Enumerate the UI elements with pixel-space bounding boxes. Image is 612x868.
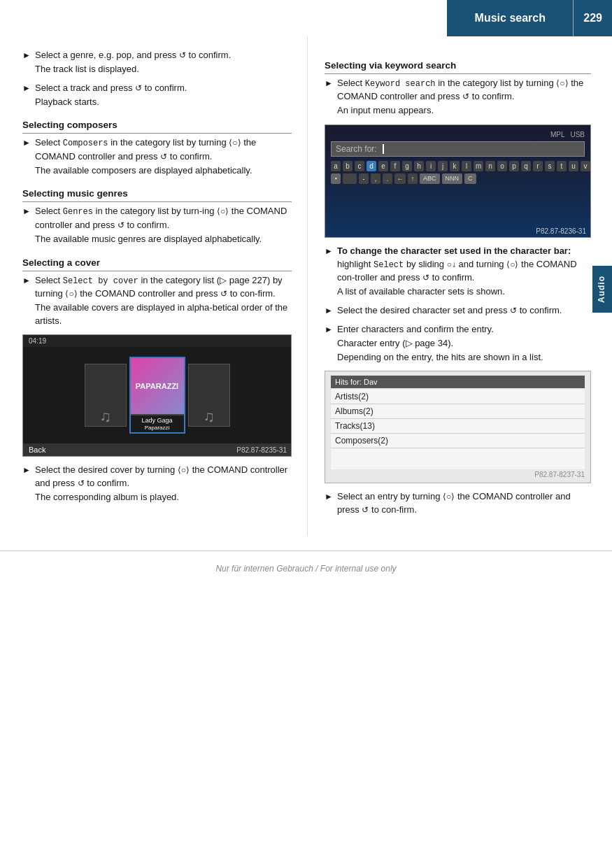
- key-m: m: [474, 161, 483, 171]
- bullet-icon: ►: [325, 246, 334, 299]
- hits-row-tracks: Tracks(13): [331, 419, 585, 434]
- key-s: s: [545, 161, 555, 171]
- bullet-icon: ►: [22, 275, 32, 328]
- keyboard-row-1: a b c d e f g h i j k l m n o p q: [331, 161, 585, 171]
- artist-name-center: Lady GagaPaparazzi: [131, 415, 184, 432]
- key-l: l: [462, 161, 471, 171]
- key-dot: .: [383, 173, 392, 184]
- section-heading-keyword: Selecting via keyword search: [325, 60, 591, 74]
- section-heading-genres: Selecting music genres: [22, 188, 292, 202]
- search-label: Search for:: [336, 144, 377, 154]
- key-k: k: [450, 161, 460, 171]
- bullet-text: Select Select by cover in the category l…: [35, 274, 292, 328]
- bullet-text: Enter characters and confirm the entry. …: [337, 323, 591, 364]
- key-f: f: [390, 161, 400, 171]
- footer-text: Nur für internen Gebrauch / For internal…: [0, 550, 612, 581]
- right-column: Selecting via keyword search ► Select Ke…: [308, 36, 612, 536]
- section-heading-composers: Selecting composers: [22, 120, 292, 134]
- hits-header: Hits for: Dav: [331, 376, 585, 388]
- sub-text: The corresponding album is played.: [35, 491, 292, 504]
- list-item: ► Enter characters and confirm the entry…: [325, 323, 591, 364]
- key-p: p: [509, 161, 519, 171]
- topbar-label1: MPL: [550, 131, 565, 138]
- cover-art-side-right: ♫: [188, 364, 230, 427]
- bullet-text: To change the character set used in the …: [337, 245, 591, 299]
- list-item: ► Select Genres in the category list by …: [22, 205, 292, 246]
- bullet-icon: ►: [22, 83, 32, 109]
- key-c: c: [355, 161, 364, 171]
- controller-icon: ⟨○⟩: [506, 259, 518, 271]
- confirm-icon: ↺: [422, 272, 429, 284]
- cover-bg-right: ♫: [203, 408, 215, 426]
- controller-icon: ⟨○⟩: [556, 78, 568, 90]
- list-item: ► Select a track and press ↺ to confirm.…: [22, 82, 292, 109]
- key-symbol: ▪: [331, 173, 341, 184]
- topbar-label2: USB: [570, 131, 585, 138]
- hits-row-albums: Albums(2): [331, 404, 585, 419]
- key-left: ←: [394, 173, 406, 184]
- list-item: ► To change the character set used in th…: [325, 245, 591, 299]
- confirm-icon: ↺: [510, 305, 517, 317]
- controller-icon: ⟨○⟩: [65, 288, 77, 300]
- cover-screenshot: 04:19 ♫ PAPARAZZI Lady GagaPaparazzi ♫: [22, 334, 292, 457]
- slide-icon: ○↓: [447, 259, 456, 271]
- controller-icon: ⟨○⟩: [443, 491, 455, 503]
- bullet-icon: ►: [22, 464, 32, 504]
- cover-art-center: PAPARAZZI Lady GagaPaparazzi: [129, 357, 185, 434]
- key-v: v: [581, 161, 590, 171]
- key-comma: ,: [371, 173, 380, 184]
- cover-bg-center: PAPARAZZI: [131, 358, 184, 414]
- confirm-icon: ↺: [220, 288, 227, 300]
- list-item: ► Select Keyword search in the category …: [325, 77, 591, 118]
- bullet-icon: ►: [22, 50, 32, 76]
- key-nnn: NNN: [442, 173, 463, 184]
- key-abc: ABC: [420, 173, 440, 184]
- list-item: ► Select Composers in the category list …: [22, 136, 292, 177]
- page-title: Music search: [447, 0, 573, 36]
- section-heading-cover: Selecting a cover: [22, 257, 292, 271]
- bold-intro-text: To change the character set used in the …: [337, 246, 571, 256]
- key-g: g: [402, 161, 412, 171]
- sub-text: The track list is displayed.: [35, 63, 292, 76]
- confirm-icon: ↺: [135, 83, 142, 94]
- bullet-text: Select a genre, e.g. pop, and press ↺ to…: [35, 49, 292, 76]
- sub-text: A list of available character sets is sh…: [337, 285, 591, 299]
- hits-empty-space: [331, 448, 585, 469]
- cover-art-side-left: ♫: [85, 364, 127, 427]
- ui-element-label: Select: [373, 260, 404, 270]
- key-h: h: [414, 161, 424, 171]
- key-e: e: [378, 161, 388, 171]
- cover-bg-left: ♫: [99, 408, 111, 426]
- key-o: o: [497, 161, 507, 171]
- bullet-icon: ►: [325, 491, 334, 517]
- search-bar: Search for:: [331, 141, 585, 157]
- input-menu-screenshot: MPL USB Search for: a b c d e f g h: [325, 124, 591, 238]
- bullet-text: Select the desired character set and pre…: [337, 304, 591, 318]
- hits-screenshot: Hits for: Dav Artists(2) Albums(2) Track…: [325, 371, 591, 483]
- list-item: ► Select a genre, e.g. pop, and press ↺ …: [22, 49, 292, 76]
- key-space: [343, 173, 357, 184]
- ui-element-label: Genres: [63, 207, 93, 217]
- hits-caption: P82.87-8237-31: [331, 471, 585, 478]
- confirm-icon: ↺: [160, 151, 167, 163]
- audio-side-tab: Audio: [592, 266, 612, 313]
- sub-text: An input menu appears.: [337, 104, 591, 118]
- key-clear: C: [464, 173, 476, 184]
- controller-icon: ⟨○⟩: [178, 464, 190, 476]
- bullet-text: Select Keyword search in the category li…: [337, 77, 591, 118]
- screenshot-caption: P82.87-8236-31: [536, 227, 586, 235]
- bullet-icon: ►: [22, 137, 32, 177]
- confirm-icon: ↺: [362, 504, 369, 516]
- bullet-icon: ►: [325, 78, 334, 118]
- input-topbar: MPL USB: [331, 131, 585, 138]
- key-dash: -: [359, 173, 369, 184]
- list-item: ► Select an entry by turning ⟨○⟩ the COM…: [325, 490, 591, 517]
- sub-text: The available covers are displayed in al…: [35, 301, 292, 328]
- ui-element-label: Composers: [63, 138, 108, 148]
- input-screen: MPL USB Search for: a b c d e f g h: [325, 125, 590, 237]
- bullet-icon: ►: [325, 324, 334, 364]
- cover-topbar: 04:19: [23, 335, 291, 347]
- page-header: Music search 229: [0, 0, 612, 36]
- key-q: q: [521, 161, 531, 171]
- keyboard-row-2: ▪ - , . ← ↑ ABC NNN C: [331, 173, 585, 184]
